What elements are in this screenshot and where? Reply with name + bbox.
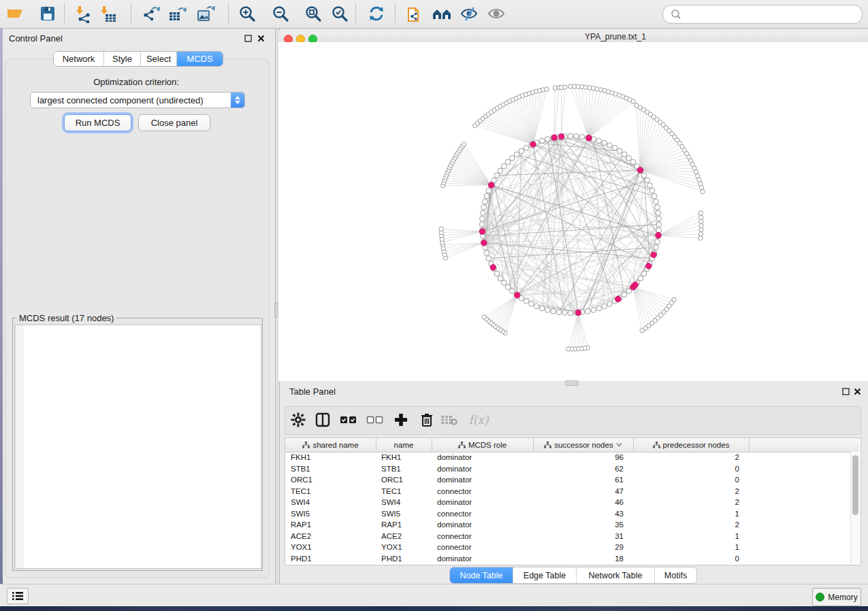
table-row-TEC1[interactable]: TEC1TEC1connector472 — [285, 486, 859, 497]
node-table: shared namenameMCDS rolesuccessor nodesp… — [285, 437, 861, 565]
cell-name: TEC1 — [381, 486, 401, 497]
column-type-icon — [302, 442, 310, 448]
close-panel-icon[interactable] — [257, 34, 266, 43]
function-builder-icon[interactable]: f(x) — [465, 410, 492, 430]
cell-name: FKH1 — [381, 452, 401, 463]
zoom-selected-icon[interactable] — [329, 3, 351, 24]
float-panel-icon[interactable] — [244, 34, 253, 43]
cell-name: YOX1 — [381, 542, 402, 552]
cell-shared-name: FKH1 — [291, 452, 310, 463]
desktop-wallpaper-left — [0, 28, 3, 606]
cell-shared-name: YOX1 — [291, 542, 312, 552]
tab-style[interactable]: Style — [104, 52, 141, 66]
network-graph[interactable] — [278, 42, 868, 381]
export-table-icon[interactable] — [166, 3, 188, 24]
column-type-icon — [653, 442, 660, 448]
toolbar-separator — [355, 4, 356, 23]
table-row-SWI4[interactable]: SWI4SWI4dominator462 — [285, 497, 859, 508]
status-menu-button[interactable] — [7, 588, 29, 604]
table-row-RAP1[interactable]: RAP1RAP1dominator352 — [285, 519, 859, 530]
cell-successor-nodes: 46 — [533, 497, 624, 508]
close-table-panel-icon[interactable] — [853, 387, 862, 396]
cell-mcds-role: connector — [437, 486, 472, 497]
show-columns-icon[interactable] — [312, 410, 333, 430]
table-panel-title: Table Panel — [289, 386, 336, 397]
web-export-icon[interactable] — [403, 3, 425, 24]
cell-predecessor-nodes: 2 — [633, 452, 739, 463]
refresh-icon[interactable] — [366, 3, 387, 24]
delete-column-icon[interactable] — [417, 410, 437, 430]
float-table-panel-icon[interactable] — [841, 387, 850, 396]
first-neighbors-icon[interactable] — [431, 3, 453, 24]
network-canvas[interactable] — [278, 42, 868, 381]
tab-network[interactable]: Network — [54, 52, 104, 66]
run-mcds-button[interactable]: Run MCDS — [64, 114, 131, 131]
column-type-icon — [458, 442, 466, 448]
cell-successor-nodes: 62 — [533, 463, 624, 474]
zoom-out-icon[interactable] — [270, 3, 291, 24]
horizontal-splitter-handle[interactable] — [565, 380, 579, 386]
cell-successor-nodes: 18 — [533, 553, 624, 564]
toolbar-separator — [395, 4, 396, 23]
cell-shared-name: SWI5 — [291, 508, 310, 519]
table-row-PHD1[interactable]: PHD1PHD1dominator180 — [285, 553, 859, 564]
mcds-result-list[interactable]: PHD1CAR1STP4TID3YOX1SWI4SRD1PMA2FKH1ACE2… — [14, 325, 261, 569]
list-scrollbar[interactable] — [15, 325, 24, 568]
table-row-ORC1[interactable]: ORC1ORC1dominator610 — [285, 474, 859, 485]
import-table-icon[interactable] — [97, 3, 119, 24]
tab-node-table[interactable]: Node Table — [450, 567, 513, 583]
cell-name: STB1 — [381, 463, 401, 474]
mcds-result-item[interactable]: PHD1 — [15, 568, 261, 569]
import-network-icon[interactable] — [73, 3, 95, 24]
optimization-criterion-select[interactable]: largest connected component (undirected) — [30, 92, 245, 108]
table-tabs: Node TableEdge TableNetwork TableMotifs — [449, 567, 697, 584]
delete-table-icon[interactable] — [439, 410, 460, 430]
column-type-icon — [544, 442, 551, 448]
cell-shared-name: PHD1 — [291, 553, 312, 564]
tab-motifs[interactable]: Motifs — [655, 567, 696, 583]
select-all-icon[interactable] — [338, 410, 359, 430]
open-session-icon[interactable] — [4, 3, 26, 24]
tab-mcds[interactable]: MCDS — [177, 52, 223, 66]
column-header-mcds-role[interactable]: MCDS role — [432, 438, 534, 451]
column-header-shared-name[interactable]: shared name — [285, 438, 376, 451]
cell-mcds-role: dominator — [437, 452, 472, 463]
export-image-icon[interactable] — [195, 3, 216, 24]
table-row-ACE2[interactable]: ACE2ACE2connector311 — [285, 531, 859, 542]
hide-selected-icon[interactable] — [458, 3, 480, 24]
save-session-icon[interactable] — [37, 3, 59, 24]
list-icon — [12, 591, 24, 601]
table-scrollbar[interactable] — [850, 452, 860, 563]
table-row-YOX1[interactable]: YOX1YOX1connector291 — [285, 542, 859, 552]
table-row-STB1[interactable]: STB1STB1dominator620 — [285, 463, 859, 474]
cell-successor-nodes: 96 — [533, 452, 624, 463]
memory-button[interactable]: Memory — [812, 588, 861, 606]
cell-successor-nodes: 29 — [533, 542, 624, 552]
column-header-name[interactable]: name — [376, 438, 432, 451]
cell-name: SWI5 — [381, 508, 400, 519]
add-column-icon[interactable] — [391, 410, 411, 430]
table-settings-icon[interactable] — [288, 410, 308, 430]
column-header-predecessor-nodes[interactable]: predecessor nodes — [633, 438, 750, 451]
cell-shared-name: STB1 — [291, 463, 310, 474]
column-header-successor-nodes[interactable]: successor nodes — [533, 438, 634, 451]
tab-select[interactable]: Select — [141, 52, 177, 66]
export-network-icon[interactable] — [140, 3, 162, 24]
deselect-all-icon[interactable] — [365, 410, 385, 430]
zoom-fit-icon[interactable] — [302, 3, 324, 24]
tab-edge-table[interactable]: Edge Table — [513, 567, 577, 583]
cell-mcds-role: dominator — [437, 497, 472, 508]
cell-predecessor-nodes: 0 — [633, 553, 739, 564]
show-all-icon[interactable] — [485, 3, 507, 24]
table-scrollbar-thumb[interactable] — [852, 455, 858, 515]
close-panel-button[interactable]: Close panel — [138, 114, 210, 131]
zoom-in-icon[interactable] — [236, 3, 258, 24]
table-row-FKH1[interactable]: FKH1FKH1dominator962 — [285, 452, 859, 463]
memory-label: Memory — [828, 593, 857, 602]
cell-mcds-role: connector — [437, 531, 472, 542]
tab-network-table[interactable]: Network Table — [577, 567, 655, 583]
cell-name: ORC1 — [381, 474, 403, 485]
search-input[interactable] — [685, 9, 851, 20]
cell-successor-nodes: 61 — [533, 474, 624, 485]
table-row-SWI5[interactable]: SWI5SWI5connector431 — [285, 508, 859, 519]
